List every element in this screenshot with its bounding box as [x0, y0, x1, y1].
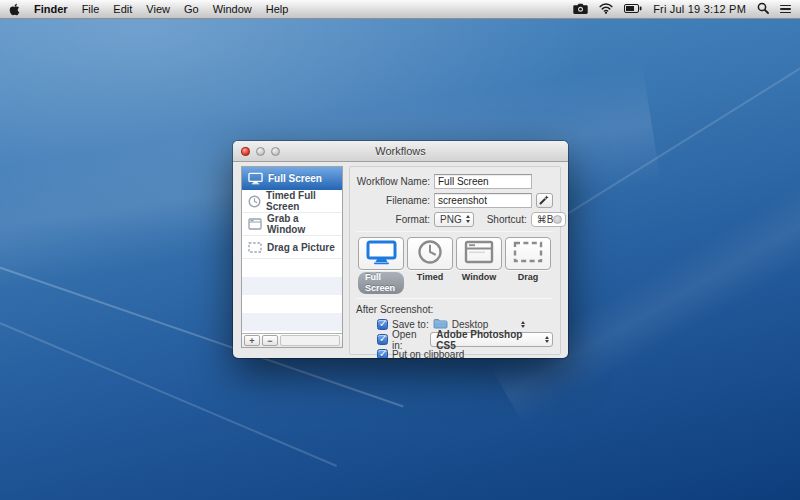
clock-icon — [417, 239, 443, 268]
filename-token-button[interactable] — [536, 193, 553, 208]
clear-shortcut-icon[interactable] — [553, 215, 562, 224]
mode-drag-button[interactable] — [505, 237, 551, 270]
mode-label: Drag — [518, 272, 539, 283]
format-popup[interactable]: PNG — [434, 212, 474, 227]
monitor-icon — [248, 172, 263, 185]
workflow-name-row: Workflow Name: — [356, 173, 553, 189]
clipboard-label: Put on clipboard — [392, 349, 464, 358]
add-workflow-button[interactable]: + — [244, 335, 260, 346]
sidebar-item-grab-a-window[interactable]: Grab a Window — [242, 213, 342, 236]
wand-icon — [539, 193, 550, 208]
open-in-label: Open in: — [392, 329, 426, 351]
sidebar-item-label: Full Screen — [268, 173, 322, 184]
menu-help[interactable]: Help — [266, 3, 289, 15]
menu-bar-status: Fri Jul 19 3:12 PM — [573, 0, 791, 18]
clipboard-checkbox[interactable] — [377, 349, 388, 358]
filename-row: Filename: — [356, 192, 553, 208]
drag-selection-icon — [248, 242, 262, 253]
list-toolbar: + − — [242, 333, 342, 347]
shortcut-label: Shortcut: — [487, 214, 527, 225]
zoom-button[interactable] — [271, 147, 280, 156]
workflow-list-empty-rows — [242, 259, 342, 333]
battery-icon[interactable] — [624, 3, 642, 15]
mode-label: Window — [462, 272, 496, 283]
mode-label: Full Screen — [358, 272, 404, 294]
menu-bar: Finder File Edit View Go Window Help Fri… — [0, 0, 800, 19]
workflow-name-input[interactable] — [434, 174, 532, 189]
drag-selection-icon — [513, 241, 543, 266]
window-icon — [464, 240, 494, 267]
popup-stepper-icon — [521, 321, 525, 329]
separator — [356, 231, 553, 232]
mode-full-screen: Full Screen — [358, 237, 404, 294]
mode-full-screen-button[interactable] — [358, 237, 404, 270]
menu-finder[interactable]: Finder — [34, 3, 68, 15]
desktop: Finder File Edit View Go Window Help Fri… — [0, 0, 800, 500]
window-icon — [248, 218, 262, 230]
window-titlebar[interactable]: Workflows — [233, 141, 568, 162]
workflow-list: Full Screen Timed Full Screen Grab a Win… — [241, 166, 343, 348]
mode-drag: Drag — [505, 237, 551, 294]
popup-stepper-icon — [466, 215, 470, 223]
workflow-name-label: Workflow Name: — [356, 176, 430, 187]
window-title: Workflows — [233, 141, 568, 162]
list-toolbar-spacer — [280, 335, 340, 346]
camera-menu-icon[interactable] — [573, 3, 588, 16]
sidebar-item-label: Grab a Window — [267, 213, 338, 235]
mode-timed: Timed — [407, 237, 453, 294]
apple-menu-icon[interactable] — [9, 3, 20, 16]
menu-edit[interactable]: Edit — [113, 3, 132, 15]
filename-label: Filename: — [356, 195, 430, 206]
menu-window[interactable]: Window — [213, 3, 252, 15]
spotlight-icon[interactable] — [757, 2, 769, 16]
save-to-checkbox[interactable] — [377, 319, 388, 330]
capture-mode-buttons: Full Screen Timed — [356, 237, 553, 294]
menu-clock[interactable]: Fri Jul 19 3:12 PM — [653, 3, 746, 15]
open-in-row: Open in: Adobe Photoshop CS5 — [377, 332, 553, 347]
menu-file[interactable]: File — [82, 3, 100, 15]
open-in-value: Adobe Photoshop CS5 — [436, 329, 541, 351]
sidebar-item-drag-a-picture[interactable]: Drag a Picture — [242, 236, 342, 259]
wifi-icon[interactable] — [599, 3, 613, 16]
clock-icon — [248, 195, 261, 208]
mode-window: Window — [456, 237, 502, 294]
menu-bar-left: Finder File Edit View Go Window Help — [9, 0, 288, 18]
popup-stepper-icon — [545, 336, 549, 344]
format-label: Format: — [356, 214, 430, 225]
menu-go[interactable]: Go — [184, 3, 199, 15]
remove-workflow-button[interactable]: − — [262, 335, 278, 346]
after-screenshot-heading: After Screenshot: — [356, 304, 553, 315]
minimize-button[interactable] — [256, 147, 265, 156]
notification-center-icon[interactable] — [780, 5, 791, 14]
sidebar-item-full-screen[interactable]: Full Screen — [242, 167, 342, 190]
filename-input[interactable] — [434, 193, 532, 208]
workflows-window: Workflows Full Screen Timed Full Screen — [233, 141, 568, 358]
close-button[interactable] — [241, 147, 250, 156]
sidebar-item-timed-full-screen[interactable]: Timed Full Screen — [242, 190, 342, 213]
shortcut-value: ⌘B — [537, 214, 554, 225]
menu-view[interactable]: View — [146, 3, 170, 15]
shortcut-field[interactable]: ⌘B — [531, 212, 567, 227]
monitor-icon — [366, 240, 397, 268]
sidebar-item-label: Drag a Picture — [267, 242, 335, 253]
mode-window-button[interactable] — [456, 237, 502, 270]
mode-timed-button[interactable] — [407, 237, 453, 270]
open-in-popup[interactable]: Adobe Photoshop CS5 — [430, 332, 553, 347]
format-value: PNG — [440, 214, 462, 225]
window-body: Full Screen Timed Full Screen Grab a Win… — [233, 162, 568, 357]
open-in-checkbox[interactable] — [377, 334, 388, 345]
traffic-lights — [241, 147, 280, 156]
mode-label: Timed — [417, 272, 443, 283]
separator — [356, 298, 553, 299]
workflow-detail-panel: Workflow Name: Filename: Format: — [349, 166, 561, 355]
format-shortcut-row: Format: PNG Shortcut: ⌘B — [356, 211, 553, 227]
sidebar-item-label: Timed Full Screen — [266, 190, 338, 212]
